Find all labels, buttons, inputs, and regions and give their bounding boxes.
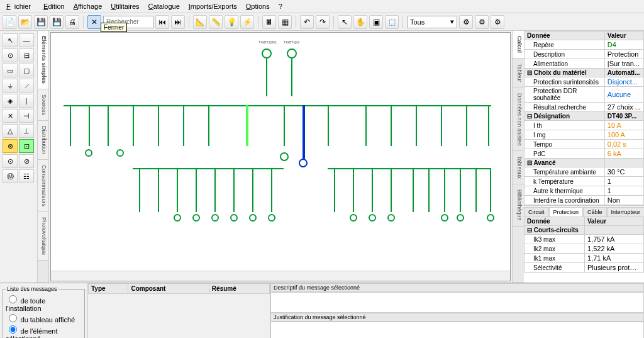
- vtab-distribution[interactable]: Distribution: [38, 121, 48, 160]
- palette-load[interactable]: ☷: [19, 169, 34, 183]
- redo-icon[interactable]: ↷: [316, 15, 330, 29]
- prop-row[interactable]: SélectivitéPlusieurs protections amont..…: [525, 263, 644, 273]
- prop-row[interactable]: Protection surintensitésDisjonct...: [525, 77, 644, 87]
- menu-edition[interactable]: Edition: [40, 1, 69, 11]
- save-as-icon[interactable]: 💾: [50, 15, 64, 29]
- prop-row[interactable]: ⊟ Courts-circuits: [525, 226, 644, 235]
- menu-affichage[interactable]: Affichage: [70, 1, 106, 11]
- palette-cap[interactable]: ⊥: [19, 124, 34, 138]
- menu-fichier[interactable]: Fichier: [3, 1, 38, 11]
- palette-socket[interactable]: ⊙: [3, 154, 18, 168]
- menu-catalogue[interactable]: Catalogue: [145, 1, 184, 11]
- btab-protection[interactable]: Protection: [549, 207, 584, 217]
- schematic-canvas[interactable]: TGBT@B1 TGBT@2: [51, 33, 510, 271]
- prop-row[interactable]: PdC6 kA: [525, 149, 644, 159]
- prop-row[interactable]: DescriptionProtection: [525, 50, 644, 59]
- palette-resistor[interactable]: ⊟: [19, 48, 34, 62]
- source-b1[interactable]: [262, 48, 272, 59]
- print-icon[interactable]: 🖨: [65, 15, 79, 29]
- btab-circuit[interactable]: Circuit: [524, 207, 549, 217]
- selected-load[interactable]: [299, 159, 308, 167]
- prop-row[interactable]: Autre k thermique1: [525, 186, 644, 196]
- net2-icon[interactable]: ⚙: [475, 15, 489, 29]
- palette-node[interactable]: ⊙: [3, 48, 18, 62]
- palette-socket2[interactable]: ⊘: [19, 154, 34, 168]
- zoom-window-icon[interactable]: ▣: [369, 15, 383, 29]
- horizontal-scrollbar[interactable]: [51, 271, 510, 281]
- prop-row[interactable]: k Température1: [525, 177, 644, 186]
- prop-row[interactable]: ⊟ Avancé: [525, 159, 644, 167]
- palette-rect[interactable]: ▭: [3, 64, 18, 77]
- tool-measure-icon[interactable]: 📏: [209, 15, 223, 29]
- btab-cable[interactable]: Câble: [583, 207, 607, 217]
- lightbulb-icon[interactable]: 💡: [225, 15, 238, 29]
- prop-row[interactable]: Ik3 max1,757 kA: [525, 235, 644, 244]
- radio-selected[interactable]: de l'élément sélectionné: [6, 324, 82, 338]
- fit-icon[interactable]: ⬚: [385, 15, 399, 29]
- net1-icon[interactable]: ⚙: [459, 15, 473, 29]
- prop-row[interactable]: RepèreD4: [525, 40, 644, 50]
- prop-row[interactable]: I th10 A: [525, 121, 644, 130]
- prop-row[interactable]: Ik2 max1,522 kA: [525, 244, 644, 254]
- vtab-sources[interactable]: Sources: [38, 89, 48, 121]
- source-2[interactable]: [287, 48, 297, 59]
- rtab-biblio[interactable]: Bibliothèque: [513, 184, 524, 227]
- menu-help[interactable]: ?: [275, 1, 286, 11]
- open-folder-icon[interactable]: 📂: [18, 15, 32, 29]
- undo-icon[interactable]: ↶: [300, 15, 314, 29]
- palette-cursor[interactable]: ↖: [3, 33, 18, 47]
- cursor-icon[interactable]: ↖: [338, 15, 352, 29]
- prop-row[interactable]: Tempo0,02 s: [525, 140, 644, 149]
- prop-row[interactable]: Résultat recherche27 choix ...: [525, 103, 644, 112]
- selected-feeder-d4[interactable]: [303, 105, 305, 159]
- prop-row[interactable]: Interdire la coordinationNon: [525, 196, 644, 205]
- prop-row[interactable]: Ik1 max1,71 kA: [525, 254, 644, 263]
- palette-breaker[interactable]: ✕: [3, 109, 18, 123]
- rtab-tableaux[interactable]: Tableaux: [513, 151, 524, 184]
- calc-icon[interactable]: 🖩: [262, 15, 276, 29]
- close-button[interactable]: ✕: [87, 15, 101, 29]
- palette-box[interactable]: ▢: [19, 64, 34, 77]
- rtab-tableur[interactable]: Tableur: [513, 59, 524, 88]
- palette-switch[interactable]: ⟋: [19, 79, 34, 93]
- search-next-icon[interactable]: ⏭: [171, 15, 185, 29]
- main-bus[interactable]: [64, 105, 491, 106]
- net3-icon[interactable]: ⚙: [491, 15, 504, 29]
- tool-ruler-icon[interactable]: 📐: [193, 15, 207, 29]
- search-prev-icon[interactable]: ⏮: [155, 15, 169, 29]
- vtab-pv[interactable]: Photovoltaïque: [38, 212, 48, 261]
- vtab-consommateurs[interactable]: Consommateurs: [38, 160, 48, 212]
- radio-all[interactable]: de toute l'installation: [6, 293, 82, 312]
- radio-board[interactable]: du tableau affiché: [6, 312, 82, 324]
- palette-outlet[interactable]: ⊡: [19, 139, 34, 153]
- prop-row[interactable]: I mg100 A: [525, 130, 644, 140]
- palette-ground[interactable]: ⏚: [3, 79, 18, 93]
- square-icon[interactable]: ▦: [278, 15, 292, 29]
- rtab-calcul[interactable]: Calcul: [513, 31, 524, 59]
- btab-interrupteur[interactable]: Interrupteur: [607, 207, 644, 217]
- properties-table-1: DonnéeValeur RepèreD4DescriptionProtecti…: [524, 31, 644, 205]
- pan-icon[interactable]: ✋: [353, 15, 367, 29]
- prop-row[interactable]: ⊟ Choix du matérielAutomati...: [525, 69, 644, 77]
- prop-row[interactable]: ⊟ DésignationDT40 3P...: [525, 112, 644, 121]
- palette-transformer[interactable]: ◈: [3, 94, 18, 108]
- rtab-donnees[interactable]: Données non saisies: [513, 88, 524, 152]
- menu-options[interactable]: Options: [242, 1, 274, 11]
- palette-line-v[interactable]: |: [19, 94, 34, 108]
- new-file-icon[interactable]: 📄: [3, 15, 16, 29]
- prop-row[interactable]: Alimentation|Sur tran...: [525, 59, 644, 69]
- palette-motor[interactable]: Ⓜ: [3, 169, 18, 183]
- palette-line-h[interactable]: —: [19, 33, 34, 47]
- palette-lamp[interactable]: ⊗: [3, 139, 18, 153]
- messages-table[interactable]: Type Composant Résumé: [88, 283, 270, 294]
- prop-row[interactable]: Température ambiante30 °C: [525, 167, 644, 177]
- prop-row[interactable]: Protection DDR souhaitéeAucune: [525, 87, 644, 103]
- filter-combo[interactable]: Tous▾: [407, 16, 457, 28]
- palette-triangle[interactable]: △: [3, 124, 18, 138]
- menu-utilitaires[interactable]: Utilitaires: [107, 1, 143, 11]
- palette-contact[interactable]: ⊣: [19, 109, 34, 123]
- save-icon[interactable]: 💾: [34, 15, 48, 29]
- menu-imports[interactable]: Imports/Exports: [185, 1, 241, 11]
- flash-icon[interactable]: ⚡: [240, 15, 254, 29]
- vtab-elements[interactable]: Eléments simples: [38, 31, 48, 89]
